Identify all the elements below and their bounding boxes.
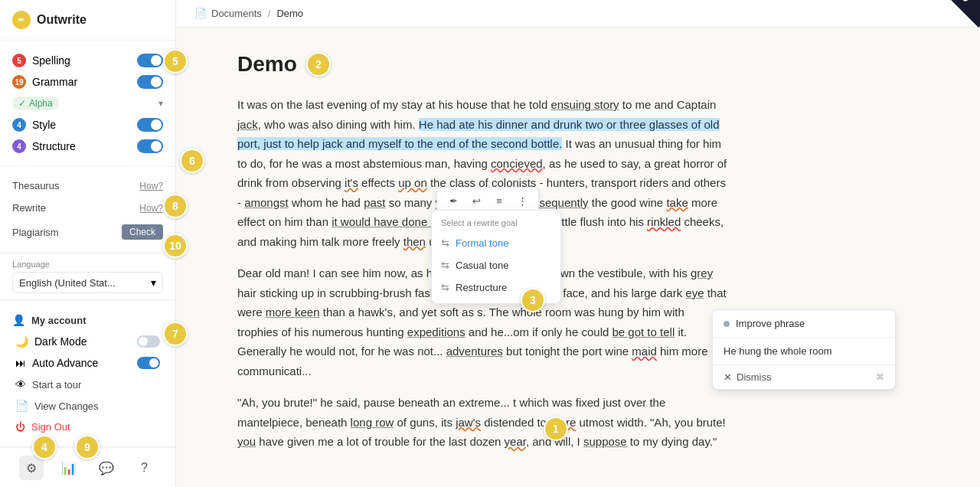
topbar: 📄 Documents / Demo	[176, 0, 980, 28]
plagiarism-row: Plagiarism Check	[12, 219, 163, 245]
sidebar-checks: 5 Spelling 19 Grammar ✓ Alpha ▾	[0, 41, 175, 167]
grammar-toggle[interactable]	[137, 75, 163, 89]
sign-out-icon: ⏻	[15, 421, 25, 433]
suggestion-popup: Improve phrase He hung the whole room ✕ …	[712, 309, 896, 390]
plagiarism-check-button[interactable]: Check	[122, 224, 163, 240]
dismiss-row: ✕ Dismiss ⌘	[713, 365, 895, 389]
my-account-label: My account	[31, 315, 87, 326]
changes-icon: 📄	[15, 400, 28, 412]
breadcrumb-current: Demo	[276, 8, 303, 19]
structure-toggle[interactable]	[137, 139, 163, 153]
paragraph-3: "Ah, you brute!" he said, pause beneath …	[237, 393, 727, 452]
stats-button[interactable]: 📊	[57, 456, 81, 480]
main-area: 📄 Documents / Demo Demo 2 It was on the …	[176, 0, 980, 487]
toolbar-undo-icon[interactable]: ↩	[466, 191, 486, 211]
suggestion-text-item[interactable]: He hung the whole room	[713, 338, 895, 365]
step-1: 1	[544, 417, 568, 441]
language-value: English (United Stat...	[19, 277, 116, 289]
text-segment: adventures	[446, 345, 503, 358]
text-segment: maid	[632, 345, 657, 358]
sidebar: ✒ Outwrite 5 Spelling 19 Grammar ✓ A	[0, 0, 176, 487]
spelling-row: 5 Spelling	[12, 50, 163, 71]
tour-icon: 👁	[15, 378, 26, 391]
dismiss-button[interactable]: ✕ Dismiss	[724, 371, 772, 383]
formal-tone-option[interactable]: ⇆ Formal tone	[432, 232, 560, 254]
text-segment-hung: The whole room was hung by him	[489, 306, 661, 319]
text-segment: rinkled	[647, 215, 681, 228]
spelling-toggle[interactable]	[137, 54, 163, 67]
demo-banner: DEMO	[919, 0, 980, 61]
sign-out-item[interactable]: ⏻ Sign Out	[12, 417, 163, 437]
auto-advance-row: ⏭ Auto Advance	[12, 352, 163, 374]
text-segment: it's	[345, 176, 358, 189]
text-segment: grey	[691, 266, 713, 279]
text-segment: eye	[685, 286, 704, 299]
structure-label: Structure	[32, 140, 76, 152]
alpha-check-icon: ✓	[18, 98, 26, 109]
language-select[interactable]: English (United Stat... ▾	[12, 272, 163, 293]
step-8: 8	[163, 194, 188, 218]
feedback-button[interactable]: 💬	[94, 456, 119, 480]
dark-mode-label: Dark Mode	[34, 335, 87, 348]
step-5: 5	[163, 49, 188, 74]
thesaurus-label: Thesaurus	[12, 180, 59, 191]
view-changes-item[interactable]: 📄 View Changes	[12, 395, 163, 417]
text-segment: jaw's	[456, 416, 481, 429]
text-segment: jack	[237, 118, 258, 131]
editor-area[interactable]: Demo 2 It was on the last evening of my …	[176, 28, 980, 487]
dismiss-x-icon: ✕	[724, 371, 732, 383]
start-tour-item[interactable]: 👁 Start a tour	[12, 374, 163, 395]
text-segment: then	[403, 235, 426, 248]
rewrite-how-link[interactable]: How?	[139, 203, 163, 214]
breadcrumb-documents[interactable]: Documents	[211, 8, 262, 19]
account-icon: 👤	[12, 314, 25, 326]
formal-tone-label: Formal tone	[456, 237, 508, 249]
step-7: 7	[163, 322, 188, 346]
toolbar-rewrite-icon[interactable]: ✒	[443, 191, 463, 211]
style-toggle[interactable]	[137, 118, 163, 132]
toolbar-list-icon[interactable]: ≡	[489, 191, 509, 211]
view-changes-label: View Changes	[34, 400, 99, 412]
dismiss-label: Dismiss	[737, 371, 772, 383]
sign-out-label: Sign Out	[31, 421, 70, 433]
toolbar-more-icon[interactable]: ⋮	[512, 191, 532, 211]
text-segment: suppose	[583, 435, 627, 448]
auto-advance-label: Auto Advance	[32, 357, 98, 369]
dark-mode-toggle[interactable]	[137, 335, 160, 348]
settings-button[interactable]: ⚙	[19, 456, 44, 480]
structure-row: 4 Structure	[12, 136, 163, 157]
improve-phrase-item[interactable]: Improve phrase	[713, 310, 895, 338]
suggestion-text: He hung the whole room	[724, 345, 832, 357]
dismiss-shortcut: ⌘	[876, 372, 884, 382]
language-chevron-icon: ▾	[151, 276, 156, 289]
text-segment: more keen	[266, 306, 320, 319]
step-3: 3	[521, 288, 545, 312]
grammar-label: Grammar	[32, 76, 77, 88]
style-label: Style	[32, 119, 56, 131]
text-segment: past	[364, 196, 385, 209]
spelling-badge: 5	[12, 54, 26, 67]
dark-mode-row: 🌙 Dark Mode	[12, 331, 163, 352]
plagiarism-label: Plagiarism	[12, 227, 59, 238]
rewrite-row: Rewrite How?	[12, 197, 163, 219]
suggestion-dot-icon	[724, 321, 730, 327]
demo-label: DEMO	[919, 0, 980, 28]
help-button[interactable]: ?	[132, 456, 156, 480]
casual-icon: ⇆	[441, 260, 449, 271]
my-account-header[interactable]: 👤 My account	[12, 309, 163, 331]
text-segment: take	[666, 196, 688, 209]
text-segment: you	[237, 435, 256, 448]
style-row: 4 Style	[12, 114, 163, 136]
alpha-chevron-icon[interactable]: ▾	[158, 98, 163, 109]
grammar-badge: 19	[12, 75, 26, 89]
casual-tone-option[interactable]: ⇆ Casual tone	[432, 254, 560, 276]
spelling-label: Spelling	[32, 54, 70, 67]
sidebar-logo: ✒ Outwrite	[0, 0, 175, 41]
auto-advance-toggle[interactable]	[137, 357, 160, 369]
style-badge: 4	[12, 118, 26, 132]
alpha-label: Alpha	[29, 98, 53, 109]
document-title: Demo 2	[237, 52, 943, 77]
moon-icon: 🌙	[15, 335, 28, 348]
text-segment: be got to tell	[612, 325, 675, 338]
thesaurus-how-link[interactable]: How?	[139, 181, 163, 191]
